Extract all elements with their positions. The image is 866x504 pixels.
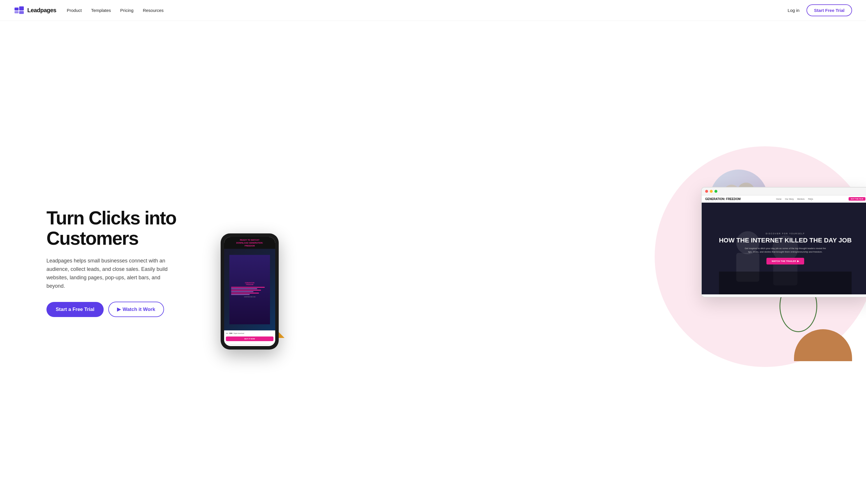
svg-rect-1 — [14, 11, 19, 13]
svg-rect-2 — [19, 7, 24, 10]
window-maximize-dot — [714, 190, 717, 193]
hero-illustration: READY TO WATCH? DOWNLOAD GENERATION: FRE… — [209, 164, 852, 361]
phone-header-line1: READY TO WATCH? — [240, 239, 259, 241]
navbar: Leadpages Product Templates Pricing Reso… — [0, 0, 866, 21]
bar-1 — [231, 287, 265, 288]
bar-6 — [231, 294, 250, 295]
window-minimize-dot — [710, 190, 713, 193]
infographic-bars — [231, 287, 268, 295]
desktop-nav-home: Home — [776, 198, 781, 200]
desktop-hero-content: DISCOVER FOR YOURSELF HOW THE INTERNET K… — [702, 203, 866, 294]
start-free-trial-hero-button[interactable]: Start a Free Trial — [46, 302, 104, 317]
hero-ctas: Start a Free Trial ▶ Watch it Work — [46, 302, 197, 317]
window-close-dot — [705, 190, 708, 193]
phone-price-current: $19 — [229, 333, 232, 334]
phone-content: GENERATION·FREEDOM· GENFREEDOM.COM — [224, 249, 275, 331]
desktop-nav-links: Home Our Story Mentors FAQs — [776, 198, 813, 200]
bar-4 — [231, 291, 253, 292]
phone-price-label: Digital download — [233, 333, 244, 334]
bar-3 — [231, 290, 261, 291]
logo-link[interactable]: Leadpages — [14, 5, 56, 16]
phone-price-row: $19 $19 Digital download — [226, 333, 274, 334]
nav-resources[interactable]: Resources — [143, 8, 164, 13]
desktop-watch-label: WATCH THE TRAILER — [771, 260, 796, 262]
phone-screen: READY TO WATCH? DOWNLOAD GENERATION: FRE… — [224, 237, 275, 346]
watch-it-work-button[interactable]: ▶ Watch it Work — [108, 302, 164, 317]
login-link[interactable]: Log in — [788, 8, 800, 13]
phone-footer: $19 $19 Digital download BUY IT NOW — [224, 331, 275, 343]
hero-headline: Turn Clicks into Customers — [46, 208, 197, 249]
desktop-nav-logo: GENERATION: FREEDOM — [705, 198, 741, 201]
bar-2 — [231, 288, 257, 289]
phone-mockup: READY TO WATCH? DOWNLOAD GENERATION: FRE… — [221, 233, 279, 349]
bar-5 — [231, 293, 259, 293]
desktop-mockup: GENERATION: FREEDOM Home Our Story Mento… — [701, 187, 866, 297]
phone-buy-button[interactable]: BUY IT NOW — [226, 336, 274, 341]
nav-pricing[interactable]: Pricing — [120, 8, 134, 13]
nav-links: Product Templates Pricing Resources — [67, 8, 164, 13]
phone-scroll-bar — [230, 344, 269, 345]
phone-header-bar: READY TO WATCH? DOWNLOAD GENERATION: FRE… — [224, 237, 275, 249]
infographic-url: GENFREEDOM.COM — [244, 296, 255, 298]
svg-rect-3 — [19, 11, 24, 14]
logo-text: Leadpages — [27, 7, 56, 14]
desktop-overlay-text: DISCOVER FOR YOURSELF HOW THE INTERNET K… — [702, 203, 866, 294]
phone-header-line2: DOWNLOAD GENERATION: — [236, 242, 263, 244]
hero-left: Turn Clicks into Customers Leadpages hel… — [46, 208, 197, 317]
desktop-nav-mentors: Mentors — [797, 198, 804, 200]
svg-rect-0 — [14, 8, 19, 10]
play-icon: ▶ — [117, 306, 121, 312]
start-free-trial-nav-button[interactable]: Start Free Trial — [807, 4, 852, 16]
desktop-watch-trailer-button[interactable]: WATCH THE TRAILER ▶ — [766, 258, 804, 265]
phone-price-original: $19 — [226, 333, 228, 334]
desktop-discover-label: DISCOVER FOR YOURSELF — [766, 233, 805, 235]
desktop-title-bar — [702, 188, 866, 195]
desktop-nav-ourstory: Our Story — [785, 198, 794, 200]
nav-templates[interactable]: Templates — [91, 8, 111, 13]
hero-subtext: Leadpages helps small businesses connect… — [46, 257, 177, 290]
infographic-title: GENERATION·FREEDOM· — [245, 282, 255, 286]
desktop-sub-text: Get inspired to ditch your day job as so… — [745, 247, 826, 254]
nav-product[interactable]: Product — [67, 8, 82, 13]
desktop-nav-faqs: FAQs — [808, 198, 813, 200]
nav-left: Leadpages Product Templates Pricing Reso… — [14, 5, 164, 16]
desktop-nav-cta-button[interactable]: BUY THE FILM — [848, 197, 865, 201]
nav-right: Log in Start Free Trial — [788, 4, 852, 16]
desktop-play-icon: ▶ — [797, 260, 799, 262]
phone-infographic: GENERATION·FREEDOM· GENFREEDOM.COM — [229, 255, 270, 324]
hero-section: Turn Clicks into Customers Leadpages hel… — [0, 21, 866, 504]
desktop-main-headline: HOW THE INTERNET KILLED THE DAY JOB — [719, 237, 852, 244]
desktop-site-nav: GENERATION: FREEDOM Home Our Story Mento… — [702, 195, 866, 203]
phone-header-line3: FREEDOM — [245, 245, 255, 247]
watch-it-work-label: Watch it Work — [123, 306, 155, 312]
logo-icon — [14, 5, 24, 16]
